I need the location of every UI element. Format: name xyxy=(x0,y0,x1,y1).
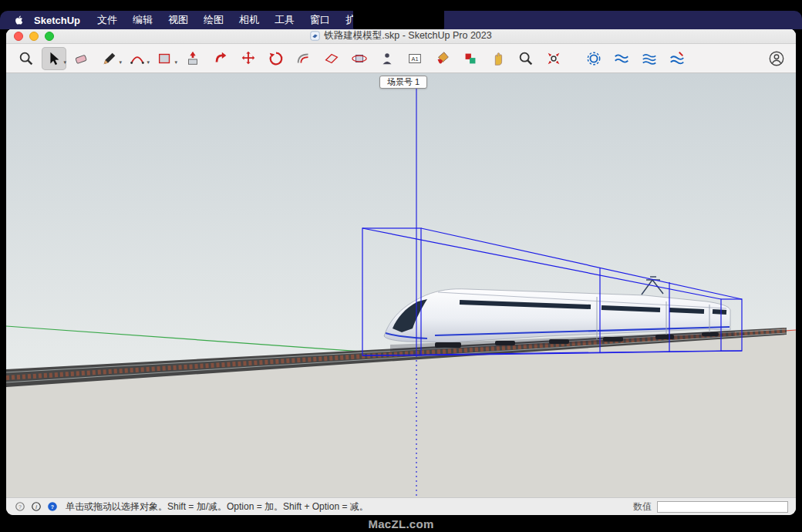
window-title: 铁路建模模型.skp - SketchUp Pro 2023 xyxy=(324,29,491,42)
rotate-tool-button[interactable] xyxy=(264,47,288,70)
menu-item-文件[interactable]: 文件 xyxy=(89,13,125,27)
position-camera-tool-button[interactable] xyxy=(375,47,399,70)
section-plane-tool-button[interactable] xyxy=(319,47,344,70)
svg-text:?: ? xyxy=(19,504,22,510)
redacted-area xyxy=(353,5,444,29)
styles-tool-button[interactable] xyxy=(458,47,483,70)
menu-item-编辑[interactable]: 编辑 xyxy=(125,13,160,27)
offset-tool-button[interactable] xyxy=(291,47,316,70)
toolbar-tools: ▾▾▾▾A1 xyxy=(14,47,689,70)
arc-tool-button[interactable]: ▾ xyxy=(125,47,150,70)
dropdown-caret-icon[interactable]: ▾ xyxy=(63,59,66,66)
dropdown-caret-icon[interactable]: ▾ xyxy=(174,59,177,66)
viewport[interactable]: 场景号 1 xyxy=(6,73,796,497)
close-button[interactable] xyxy=(14,32,23,41)
measurements: 数值 xyxy=(633,500,788,513)
model-info-icon[interactable]: i xyxy=(30,501,42,513)
eraser-tool-button[interactable] xyxy=(69,47,94,70)
scene-tab[interactable]: 场景号 1 xyxy=(379,76,427,89)
select-tool-button[interactable]: ▾ xyxy=(42,47,66,70)
minimize-button[interactable] xyxy=(29,32,39,41)
help-icon[interactable]: ? xyxy=(46,501,58,513)
sandbox-drape-tool-button[interactable] xyxy=(665,47,689,70)
apple-menu-icon[interactable] xyxy=(11,14,28,27)
move-tool-button[interactable] xyxy=(236,47,261,70)
sandbox-from-contours-tool-button[interactable] xyxy=(609,47,634,70)
zoom-window-tool-button[interactable] xyxy=(14,47,39,70)
toolbar: ▾▾▾▾A1 xyxy=(6,44,796,73)
menu-item-窗口[interactable]: 窗口 xyxy=(302,13,338,27)
menu-item-绘图[interactable]: 绘图 xyxy=(196,13,231,27)
status-icons: ?i? xyxy=(14,501,58,513)
follow-me-tool-button[interactable] xyxy=(208,47,233,70)
svg-text:i: i xyxy=(35,504,37,510)
svg-text:?: ? xyxy=(50,504,53,510)
shapes-tool-button[interactable]: ▾ xyxy=(153,47,177,70)
account-button[interactable] xyxy=(765,47,788,70)
window-titlebar: 铁路建模模型.skp - SketchUp Pro 2023 xyxy=(6,29,796,44)
window-title-wrap: 铁路建模模型.skp - SketchUp Pro 2023 xyxy=(6,29,796,42)
zoom-extents-tool-button[interactable] xyxy=(541,47,566,70)
document-icon xyxy=(310,31,320,41)
push-pull-tool-button[interactable] xyxy=(180,47,205,70)
desktop: SketchUp 文件编辑视图绘图相机工具窗口扩展帮助 铁路建模模型.skp -… xyxy=(0,0,802,532)
dropdown-caret-icon[interactable]: ▾ xyxy=(147,59,150,66)
sketchup-window: 铁路建模模型.skp - SketchUp Pro 2023 ▾▾▾▾A1 xyxy=(6,29,796,515)
menubar-app-name[interactable]: SketchUp xyxy=(34,15,80,26)
viewport-canvas[interactable] xyxy=(6,73,796,497)
paint-bucket-tool-button[interactable] xyxy=(430,47,455,70)
dimension-tool-button[interactable]: A1 xyxy=(403,47,427,70)
measurements-label: 数值 xyxy=(633,500,652,513)
menu-item-视图[interactable]: 视图 xyxy=(160,13,196,27)
menu-item-工具[interactable]: 工具 xyxy=(267,13,302,27)
geo-help-icon[interactable]: ? xyxy=(14,501,25,513)
zoom-tool-button[interactable] xyxy=(514,47,538,70)
traffic-lights xyxy=(14,32,54,41)
sandbox-smoove-tool-button[interactable] xyxy=(637,47,662,70)
classifier-tool-button[interactable] xyxy=(581,47,606,70)
zoom-button[interactable] xyxy=(45,32,54,41)
svg-text:A1: A1 xyxy=(412,55,419,62)
menu-item-相机[interactable]: 相机 xyxy=(231,13,267,27)
status-bar: ?i? 单击或拖动以选择对象。Shift = 加/减。Option = 加。Sh… xyxy=(6,497,796,515)
measurements-input[interactable] xyxy=(657,501,788,513)
pan-tool-button[interactable] xyxy=(486,47,511,70)
dropdown-caret-icon[interactable]: ▾ xyxy=(119,59,122,66)
orbit-tool-button[interactable] xyxy=(347,47,372,70)
line-tool-button[interactable]: ▾ xyxy=(97,47,122,70)
status-hint: 单击或拖动以选择对象。Shift = 加/减。Option = 加。Shift … xyxy=(66,500,369,513)
watermark: MacZL.com xyxy=(0,517,802,530)
